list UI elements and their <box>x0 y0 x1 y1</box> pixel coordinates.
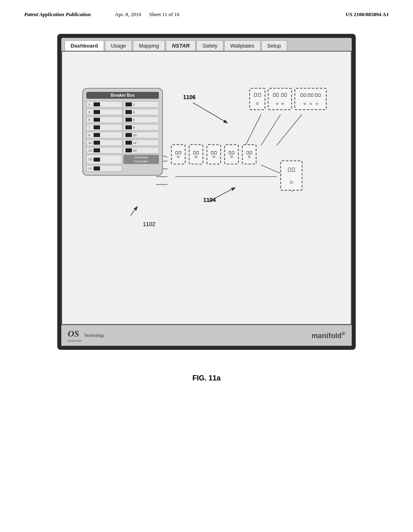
content-panel: Breaker Box 1 2 3 <box>61 51 352 325</box>
sheet-info: Sheet 11 of 16 <box>149 11 179 18</box>
outlet-small <box>224 144 239 164</box>
breaker-box: Breaker Box 1 2 3 <box>82 88 163 176</box>
tab-setup[interactable]: Setup <box>261 40 287 51</box>
outlet-small <box>171 144 186 164</box>
breaker-row: 9 <box>86 132 122 138</box>
breaker-row: 17 <box>86 165 122 172</box>
svg-line-11 <box>131 208 136 216</box>
breaker-switch[interactable] <box>125 141 132 145</box>
outlet-small <box>242 144 257 164</box>
breaker-switch[interactable] <box>125 125 132 129</box>
outlet-top-right-double <box>268 88 292 110</box>
breaker-row: 12 <box>123 139 159 146</box>
svg-line-8 <box>277 114 302 145</box>
label-1102: 1102 <box>143 221 155 227</box>
breaker-box-title: Breaker Box <box>86 92 159 99</box>
footer-left: OS OutSmart Technology <box>68 328 104 343</box>
tab-safety[interactable]: Safety <box>196 40 223 51</box>
breaker-switch[interactable] <box>94 110 100 114</box>
breaker-switch[interactable] <box>94 133 100 137</box>
outsmart-label: OutSmart <box>68 339 81 343</box>
outlet-mid-right <box>280 160 302 191</box>
publication-date: Apr. 8, 2010 <box>115 11 141 18</box>
outlet-row <box>171 144 257 164</box>
breaker-switch[interactable] <box>125 118 132 122</box>
breaker-row: 4 <box>123 109 159 115</box>
diagram-area: Breaker Box 1 2 3 <box>70 64 343 297</box>
app-footer: OS OutSmart Technology manifold® <box>61 325 352 346</box>
breaker-row: 10 <box>123 132 159 138</box>
page-header: Patent Application Publication Apr. 8, 2… <box>0 0 413 22</box>
tab-nstar[interactable]: NSTAR <box>166 40 196 51</box>
breaker-switch[interactable] <box>125 133 132 137</box>
breaker-switch[interactable] <box>94 148 100 152</box>
outlet-small <box>206 144 221 164</box>
outlet-top-right <box>249 88 327 110</box>
breaker-switch[interactable] <box>94 166 100 170</box>
main-content: Dashboard Usage Mapping NSTAR Safety Wal… <box>0 22 413 362</box>
figure-caption: FIG. 11a <box>0 374 413 382</box>
breaker-switch[interactable] <box>94 102 100 106</box>
publication-label: Patent Application Publication <box>24 11 91 18</box>
controller-label: OutSmartController <box>123 155 159 164</box>
breaker-row: 6 <box>123 116 159 123</box>
breaker-switch[interactable] <box>94 118 100 122</box>
label-1104: 1104 <box>203 197 216 203</box>
manifold-logo: manifold® <box>311 331 345 340</box>
tab-dashboard[interactable]: Dashboard <box>65 40 104 51</box>
breaker-switch[interactable] <box>94 158 100 162</box>
breaker-row: 3 <box>86 109 122 115</box>
breaker-row: 13 <box>86 147 122 154</box>
outlet-top-right-small <box>249 88 265 110</box>
svg-line-6 <box>246 114 261 145</box>
breaker-switch[interactable] <box>125 148 132 152</box>
outlet-small <box>189 144 203 164</box>
svg-line-7 <box>261 114 280 145</box>
breaker-row: 7 <box>86 124 122 131</box>
app-container: Dashboard Usage Mapping NSTAR Safety Wal… <box>57 34 356 350</box>
breaker-row: 8 <box>123 124 159 131</box>
breaker-grid: 1 2 3 4 <box>86 101 159 172</box>
patent-number: US 2100/085894 A1 <box>346 11 389 18</box>
breaker-row: 2 <box>123 101 159 108</box>
outsmart-logo: OS <box>68 328 81 339</box>
breaker-row: 15 <box>86 155 122 164</box>
outlet-top-right-triple <box>294 88 327 110</box>
breaker-switch[interactable] <box>94 141 100 145</box>
breaker-switch[interactable] <box>94 125 100 129</box>
breaker-row: 14 <box>123 147 159 154</box>
breaker-switch[interactable] <box>125 110 132 114</box>
label-1106: 1106 <box>183 94 196 100</box>
breaker-switch[interactable] <box>125 102 132 106</box>
tab-mapping[interactable]: Mapping <box>133 40 165 51</box>
tab-usage[interactable]: Usage <box>105 40 132 51</box>
breaker-row: 5 <box>86 116 122 123</box>
tab-wallplates[interactable]: Wallplates <box>224 40 260 51</box>
technology-label: Technology <box>84 333 104 338</box>
nav-bar: Dashboard Usage Mapping NSTAR Safety Wal… <box>61 38 352 51</box>
breaker-row: 11 <box>86 139 122 146</box>
breaker-row: 1 <box>86 101 122 108</box>
